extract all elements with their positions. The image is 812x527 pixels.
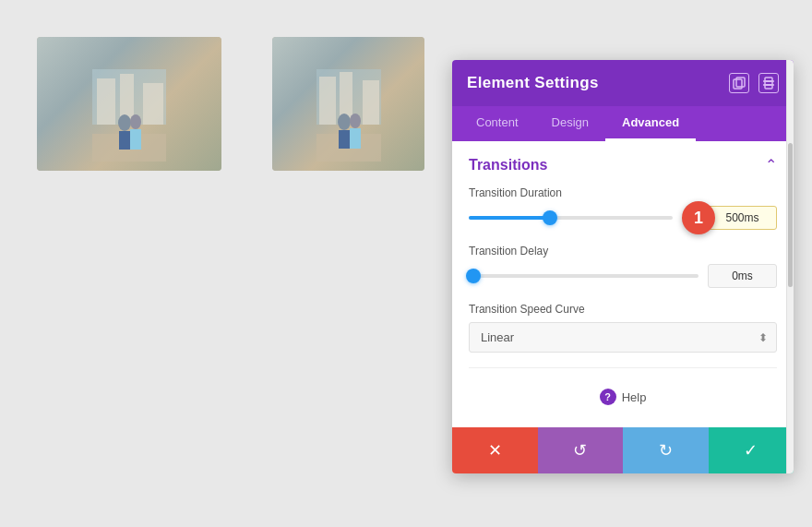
transitions-section-header: Transitions ⌃ bbox=[469, 156, 777, 174]
collapse-icon[interactable] bbox=[758, 73, 779, 93]
svg-point-14 bbox=[338, 114, 351, 130]
help-icon[interactable]: ? bbox=[600, 389, 616, 405]
svg-rect-3 bbox=[143, 83, 163, 125]
transition-speed-curve-field: Transition Speed Curve Linear Ease Ease … bbox=[469, 303, 777, 353]
tab-content[interactable]: Content bbox=[460, 106, 535, 141]
transition-speed-curve-select[interactable]: Linear Ease Ease In Ease Out Ease In Out… bbox=[469, 322, 777, 353]
divider bbox=[469, 367, 777, 368]
transition-duration-slider-thumb[interactable] bbox=[543, 210, 557, 225]
redo-button[interactable]: ↻ bbox=[623, 427, 709, 473]
scrollbar-track[interactable] bbox=[786, 60, 794, 473]
transition-delay-slider-track[interactable] bbox=[469, 274, 699, 278]
svg-point-16 bbox=[350, 114, 361, 128]
save-button[interactable]: ✓ bbox=[709, 427, 794, 473]
cancel-button[interactable]: ✕ bbox=[452, 427, 538, 473]
transition-duration-input[interactable] bbox=[708, 206, 777, 230]
panel-content: Transitions ⌃ Transition Duration 1 T bbox=[452, 141, 794, 427]
transition-duration-field: Transition Duration 1 bbox=[469, 186, 777, 230]
annotation-group: 1 bbox=[682, 209, 699, 227]
transition-delay-input[interactable] bbox=[708, 264, 777, 288]
annotation-badge-1: 1 bbox=[682, 201, 715, 234]
photo-thumbnail-2 bbox=[272, 37, 424, 171]
element-settings-panel: Element Settings Content Design Advanced bbox=[452, 60, 794, 473]
transition-speed-curve-select-wrap: Linear Ease Ease In Ease Out Ease In Out… bbox=[469, 322, 777, 353]
svg-rect-15 bbox=[339, 130, 350, 149]
photo-thumbnail-1 bbox=[37, 37, 221, 171]
help-label[interactable]: Help bbox=[622, 390, 647, 404]
panel-title: Element Settings bbox=[467, 74, 599, 92]
svg-rect-10 bbox=[319, 77, 336, 125]
svg-rect-8 bbox=[130, 129, 141, 150]
panel-header-icons bbox=[729, 73, 779, 93]
svg-point-7 bbox=[130, 114, 141, 129]
svg-point-5 bbox=[118, 114, 131, 131]
transition-delay-label: Transition Delay bbox=[469, 245, 777, 258]
couple-silhouette-1 bbox=[92, 69, 166, 162]
svg-rect-1 bbox=[97, 78, 115, 125]
transition-duration-label: Transition Duration bbox=[469, 186, 777, 199]
transition-delay-row bbox=[469, 264, 777, 288]
svg-rect-17 bbox=[350, 128, 361, 149]
transition-delay-field: Transition Delay bbox=[469, 245, 777, 288]
transition-duration-row: 1 bbox=[469, 206, 777, 230]
transition-duration-slider-fill bbox=[469, 216, 550, 220]
tab-design[interactable]: Design bbox=[535, 106, 605, 141]
reset-button[interactable]: ↺ bbox=[538, 427, 624, 473]
panel-header: Element Settings bbox=[452, 60, 794, 106]
svg-rect-22 bbox=[765, 78, 772, 89]
transitions-title: Transitions bbox=[469, 157, 547, 174]
copy-icon[interactable] bbox=[729, 73, 749, 93]
panel-tabs: Content Design Advanced bbox=[452, 106, 794, 141]
tab-advanced[interactable]: Advanced bbox=[605, 106, 696, 141]
couple-silhouette-2 bbox=[316, 69, 381, 162]
scrollbar-thumb[interactable] bbox=[788, 143, 793, 288]
transition-delay-slider-thumb[interactable] bbox=[466, 269, 481, 283]
chevron-up-icon[interactable]: ⌃ bbox=[765, 156, 777, 174]
panel-footer: ✕ ↺ ↻ ✓ bbox=[452, 427, 794, 473]
svg-rect-12 bbox=[363, 80, 379, 125]
transition-speed-curve-label: Transition Speed Curve bbox=[469, 303, 777, 316]
svg-rect-6 bbox=[119, 131, 130, 150]
transition-duration-slider-track[interactable] bbox=[469, 216, 673, 220]
help-row: ? Help bbox=[469, 381, 777, 413]
